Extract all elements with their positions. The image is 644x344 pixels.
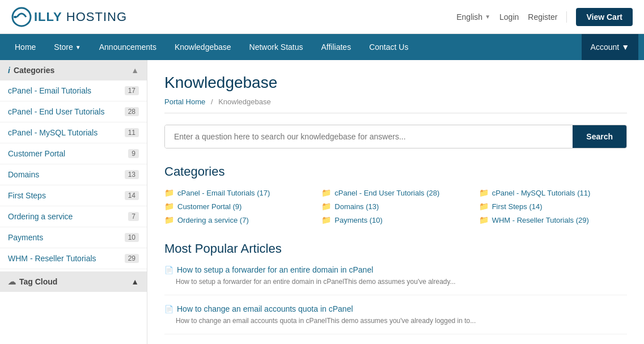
categories-section-header: iCategories ▲ [0,60,147,80]
nav-knowledgebase[interactable]: Knowledgebase [166,34,240,60]
category-link-whm[interactable]: 📁 WHM - Reseller Tutorials (29) [479,215,627,224]
sidebar-item-cpanel-mysql[interactable]: cPanel - MySQL Tutorials 11 [0,122,147,143]
sidebar-item-payments[interactable]: Payments 10 [0,227,147,248]
folder-icon: 📁 [321,202,331,211]
nav-contact-us[interactable]: Contact Us [360,34,417,60]
store-arrow: ▼ [75,44,81,50]
sidebar-item-cpanel-email[interactable]: cPanel - Email Tutorials 17 [0,80,147,101]
article-item-1: 📄 How to change an email accounts quota … [164,304,627,334]
logo-icon [11,7,32,27]
category-link-cpanel-email[interactable]: 📁 cPanel - Email Tutorials (17) [164,188,312,197]
sidebar-item-whm-reseller[interactable]: WHM - Reseller Tutorials 29 [0,248,147,269]
nav-affiliates[interactable]: Affiliates [312,34,361,60]
tag-cloud-section-header: ☁Tag Cloud ▲ [0,271,147,292]
main-content: Knowledgebase Portal Home / Knowledgebas… [147,60,644,344]
article-link-1[interactable]: 📄 How to change an email accounts quota … [164,304,627,313]
folder-icon: 📁 [479,215,489,224]
categories-section-title: Categories [164,164,627,179]
language-selector[interactable]: English ▼ [456,12,490,22]
svg-rect-1 [14,16,17,18]
folder-icon: 📁 [164,202,174,211]
folder-icon: 📁 [164,215,174,224]
breadcrumb-separator: / [211,97,213,106]
cloud-icon: ☁ [8,277,16,286]
category-link-first-steps[interactable]: 📁 First Steps (14) [479,202,627,211]
register-link[interactable]: Register [528,12,557,22]
sidebar-item-customer-portal[interactable]: Customer Portal 9 [0,143,147,164]
breadcrumb-current: Knowledgebase [218,97,271,106]
info-icon: i [8,66,10,75]
popular-articles-title: Most Popular Articles [164,241,627,256]
top-bar: ILLY HOSTING English ▼ Login Register Vi… [0,0,644,34]
folder-icon: 📁 [479,202,489,211]
nav-account[interactable]: Account ▼ [582,34,638,60]
collapse-tagcloud-icon[interactable]: ▲ [131,277,139,286]
article-excerpt-1: How to change an email accounts quota in… [164,316,627,326]
lang-dropdown-arrow: ▼ [485,14,490,20]
categories-grid: 📁 cPanel - Email Tutorials (17) 📁 cPanel… [164,188,627,224]
nav-announcements[interactable]: Announcements [90,34,166,60]
category-link-domains[interactable]: 📁 Domains (13) [321,202,469,211]
logo[interactable]: ILLY HOSTING [11,7,127,27]
language-label: English [456,12,482,22]
nav-home[interactable]: Home [6,34,45,60]
category-link-cpanel-mysql[interactable]: 📁 cPanel - MySQL Tutorials (11) [479,188,627,197]
folder-icon: 📁 [164,188,174,197]
sidebar-item-first-steps[interactable]: First Steps 14 [0,185,147,206]
folder-icon: 📁 [321,215,331,224]
sidebar-item-ordering[interactable]: Ordering a service 7 [0,206,147,227]
main-container: iCategories ▲ cPanel - Email Tutorials 1… [0,60,644,344]
divider [566,11,567,23]
sidebar-item-cpanel-enduser[interactable]: cPanel - End User Tutorials 28 [0,101,147,122]
view-cart-button[interactable]: View Cart [576,8,633,26]
page-title: Knowledgebase [164,74,627,92]
nav-bar: Home Store ▼ Announcements Knowledgebase… [0,34,644,60]
category-link-ordering[interactable]: 📁 Ordering a service (7) [164,215,312,224]
article-link-0[interactable]: 📄 How to setup a forwarder for an entire… [164,265,627,274]
folder-icon: 📁 [321,188,331,197]
category-link-cpanel-enduser[interactable]: 📁 cPanel - End User Tutorials (28) [321,188,469,197]
doc-icon: 📄 [164,305,173,313]
category-link-customer-portal[interactable]: 📁 Customer Portal (9) [164,202,312,211]
nav-network-status[interactable]: Network Status [240,34,312,60]
brand-name: ILLY HOSTING [34,10,127,24]
nav-store[interactable]: Store ▼ [45,34,90,60]
category-link-payments[interactable]: 📁 Payments (10) [321,215,469,224]
search-button[interactable]: Search [573,125,626,148]
account-arrow: ▼ [621,43,629,52]
breadcrumb: Portal Home / Knowledgebase [164,97,627,113]
articles-list: 📄 How to setup a forwarder for an entire… [164,265,627,344]
article-item-0: 📄 How to setup a forwarder for an entire… [164,265,627,295]
breadcrumb-portal-home[interactable]: Portal Home [164,97,205,106]
top-right-actions: English ▼ Login Register View Cart [456,8,633,26]
sidebar: iCategories ▲ cPanel - Email Tutorials 1… [0,60,147,344]
sidebar-item-domains[interactable]: Domains 13 [0,164,147,185]
collapse-categories-icon[interactable]: ▲ [131,66,139,75]
search-bar: Search [164,125,627,148]
login-link[interactable]: Login [499,12,519,22]
doc-icon: 📄 [164,266,173,274]
folder-icon: 📁 [479,188,489,197]
search-input[interactable] [165,125,573,148]
article-excerpt-0: How to setup a forwarder for an entire d… [164,277,627,287]
